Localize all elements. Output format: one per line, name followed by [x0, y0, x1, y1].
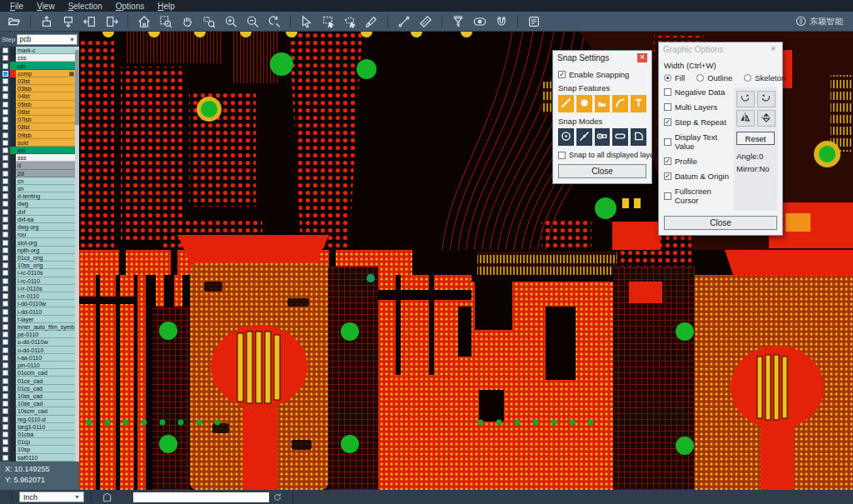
snap-feature-corner-button[interactable]: [595, 95, 611, 112]
layer-row-targ3-0110[interactable]: targ3-0110: [0, 423, 75, 431]
layer-row-02lst[interactable]: 02lst: [0, 77, 75, 85]
layer-row-i-rr-0110[interactable]: i-rr-0110: [0, 292, 75, 300]
layer-color-swatch[interactable]: [10, 416, 16, 423]
checkbox-step-repeat[interactable]: ✓Step & Repeat: [664, 117, 731, 127]
layer-visibility-checkbox[interactable]: [0, 223, 10, 231]
brush-button[interactable]: [362, 12, 382, 30]
radio-outline[interactable]: Outline: [696, 73, 732, 82]
menu-file[interactable]: File: [3, 1, 30, 12]
layer-visibility-checkbox[interactable]: [0, 454, 10, 462]
layer-color-swatch[interactable]: [10, 385, 16, 392]
layer-row-01cp[interactable]: 01cp: [0, 438, 75, 446]
snap-settings-titlebar[interactable]: Snap Settings ✕: [553, 51, 651, 64]
layer-row-saf0110[interactable]: saf0110: [0, 454, 75, 462]
snap-mode-line-point-button[interactable]: [576, 128, 592, 146]
layer-visibility-checkbox[interactable]: [0, 407, 10, 415]
checkbox-profile[interactable]: ✓Profile: [664, 157, 731, 166]
layer-color-swatch[interactable]: [10, 54, 16, 62]
layer-color-swatch[interactable]: [10, 131, 16, 138]
layer-row-reg-0110-d[interactable]: reg-0110-d: [0, 416, 75, 423]
layer-color-swatch[interactable]: [10, 108, 16, 116]
reset-button[interactable]: Reset: [736, 132, 775, 145]
layer-color-swatch[interactable]: [10, 170, 16, 177]
layer-visibility-checkbox[interactable]: [0, 131, 10, 138]
layer-color-swatch[interactable]: [10, 162, 16, 169]
zoom-polygon-button[interactable]: [199, 12, 219, 30]
layer-row-03lsb[interactable]: 03lsb: [0, 85, 75, 92]
layer-visibility-checkbox[interactable]: [0, 369, 10, 377]
layer-color-swatch[interactable]: [10, 446, 16, 453]
layer-row-i-dd-0110w[interactable]: i-dd-0110w: [0, 300, 75, 307]
checkbox-negative-data[interactable]: Negative Data: [664, 87, 731, 97]
layer-visibility-checkbox[interactable]: [0, 300, 10, 307]
layer-visibility-checkbox[interactable]: [0, 331, 10, 338]
checkbox-multi-layers[interactable]: Multi Layers: [664, 102, 731, 112]
layer-visibility-checkbox[interactable]: [0, 216, 10, 223]
layer-visibility-checkbox[interactable]: [0, 323, 10, 331]
snap-close-button[interactable]: Close: [558, 164, 646, 178]
layer-color-swatch[interactable]: [10, 101, 16, 108]
layer-row-10ss_orig[interactable]: 10ss_orig: [0, 262, 75, 269]
layer-color-swatch[interactable]: [10, 431, 16, 438]
layer-row-d-tenting[interactable]: d-tenting: [0, 192, 75, 200]
layer-color-swatch[interactable]: [10, 400, 16, 407]
zoom-out-button[interactable]: [242, 12, 262, 30]
layer-row-05lsb[interactable]: 05lsb: [0, 101, 75, 108]
layer-visibility-checkbox[interactable]: [0, 269, 10, 277]
layer-row-2d[interactable]: 2d: [0, 170, 75, 177]
layer-visibility-checkbox[interactable]: [0, 70, 10, 77]
pcb-canvas[interactable]: Snap Settings ✕ ✓ Enable Snapping Snap F…: [79, 32, 853, 490]
layer-visibility-checkbox[interactable]: [0, 231, 10, 238]
snap-mode-slot-button[interactable]: [612, 128, 628, 146]
snap-feature-arc-button[interactable]: [612, 95, 628, 112]
menu-selection[interactable]: Selection: [62, 1, 109, 12]
snap-feature-line-button[interactable]: [558, 95, 574, 112]
zoom-in-button[interactable]: [221, 12, 241, 30]
layer-color-swatch[interactable]: [10, 307, 16, 315]
layer-color-swatch[interactable]: [10, 223, 16, 231]
layer-row-u-dd-0110w[interactable]: u-dd-0110w: [0, 338, 75, 346]
layer-color-swatch[interactable]: [10, 338, 16, 346]
layer-visibility-checkbox[interactable]: [0, 338, 10, 346]
layer-color-swatch[interactable]: [10, 92, 16, 100]
rect-select-button[interactable]: [318, 12, 338, 30]
layer-visibility-checkbox[interactable]: [0, 123, 10, 131]
select-arrow-button[interactable]: [297, 12, 317, 30]
layer-row-dxf[interactable]: dxf: [0, 208, 75, 216]
layer-row-i-dd-0110[interactable]: i-dd-0110: [0, 307, 75, 315]
layer-color-swatch[interactable]: [10, 407, 16, 415]
layer-row-10scm_cad[interactable]: 10scm_cad: [0, 407, 75, 415]
layer-visibility-checkbox[interactable]: [0, 354, 10, 362]
layer-visibility-checkbox[interactable]: [0, 292, 10, 300]
layer-row-i-rr-0110s[interactable]: i-rr-0110s: [0, 285, 75, 292]
layer-color-swatch[interactable]: [10, 123, 16, 131]
measure-line-button[interactable]: [394, 12, 414, 30]
layer-color-swatch[interactable]: [10, 200, 16, 207]
layer-visibility-checkbox[interactable]: [0, 431, 10, 438]
layer-visibility-checkbox[interactable]: [0, 92, 10, 100]
layer-row-mark-c[interactable]: mark-c: [0, 47, 75, 54]
layer-row-01cs_cad[interactable]: 01cs_cad: [0, 385, 75, 392]
layer-row-01cba[interactable]: 01cba: [0, 431, 75, 438]
mirror-h-button[interactable]: [736, 110, 755, 127]
layer-color-swatch[interactable]: [10, 70, 16, 77]
layer-color-swatch[interactable]: [10, 269, 16, 277]
layer-visibility-checkbox[interactable]: [0, 400, 10, 407]
layer-row-08lst[interactable]: 08lst: [0, 123, 75, 131]
layer-row-sold[interactable]: sold: [0, 139, 75, 147]
page-next-button[interactable]: [102, 12, 122, 30]
layer-color-swatch[interactable]: [10, 216, 16, 223]
layer-visibility-checkbox[interactable]: [0, 47, 10, 54]
layer-row-d[interactable]: d: [0, 162, 75, 169]
layer-color-swatch[interactable]: [10, 392, 16, 400]
layer-color-swatch[interactable]: [10, 85, 16, 92]
layer-row-04lst[interactable]: 04lst: [0, 92, 75, 100]
layer-color-swatch[interactable]: [10, 238, 16, 246]
measure-ruler-button[interactable]: [416, 12, 436, 30]
layer-color-swatch[interactable]: [10, 254, 16, 262]
layer-row-css[interactable]: css: [0, 54, 75, 62]
layer-visibility-checkbox[interactable]: [0, 154, 10, 162]
layer-row-dwg-org[interactable]: dwg-org: [0, 223, 75, 231]
layer-row-01cs_orig[interactable]: 01cs_orig: [0, 254, 75, 262]
layer-color-swatch[interactable]: [10, 362, 16, 369]
